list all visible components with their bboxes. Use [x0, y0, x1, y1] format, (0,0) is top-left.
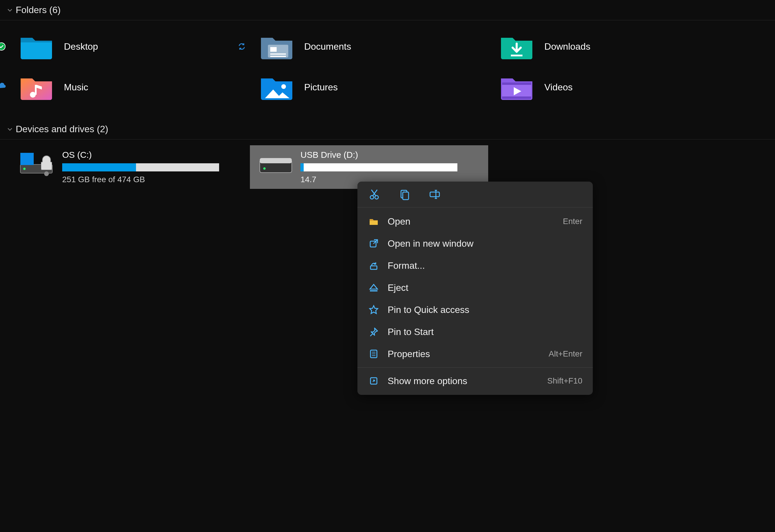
svg-point-13 [23, 168, 26, 170]
folders-grid: Desktop Documents Downloads Music Pictur… [0, 20, 744, 119]
svg-rect-16 [27, 153, 34, 158]
svg-rect-11 [502, 96, 531, 99]
svg-point-23 [263, 167, 265, 170]
drives-section-title: Devices and drives (2) [16, 124, 108, 135]
context-menu-toolbar [357, 182, 593, 207]
context-menu-properties[interactable]: Properties Alt+Enter [357, 343, 593, 365]
folder-item-pictures[interactable]: Pictures [252, 73, 492, 102]
eject-icon [368, 282, 379, 293]
pin-icon [368, 326, 379, 338]
svg-point-25 [375, 196, 378, 199]
svg-rect-4 [270, 56, 286, 57]
desktop-folder-icon [17, 32, 55, 61]
folder-label: Documents [304, 41, 351, 52]
folder-label: Music [64, 82, 88, 93]
folders-section-header[interactable]: Folders (6) [0, 0, 775, 20]
folder-label: Pictures [304, 82, 338, 93]
svg-point-24 [370, 196, 374, 199]
usb-drive-icon [257, 150, 295, 176]
folder-item-downloads[interactable]: Downloads [492, 32, 732, 61]
context-menu-item-label: Pin to Start [388, 327, 582, 337]
music-folder-icon [17, 73, 55, 102]
chevron-down-icon [7, 7, 13, 13]
star-icon [368, 304, 379, 316]
pictures-folder-icon [258, 73, 295, 102]
folders-section-title: Folders (6) [16, 5, 61, 15]
videos-folder-icon [498, 73, 536, 102]
svg-rect-7 [35, 85, 37, 95]
context-menu-item-shortcut: Enter [563, 217, 582, 226]
folder-item-music[interactable]: Music [12, 73, 252, 102]
folder-item-documents[interactable]: Documents [252, 32, 492, 61]
context-menu-item-label: Properties [388, 349, 541, 359]
synced-status-icon [0, 42, 6, 51]
svg-rect-5 [511, 55, 523, 56]
cut-icon[interactable] [368, 188, 381, 201]
svg-rect-34 [370, 290, 377, 291]
context-menu-pin-start[interactable]: Pin to Start [357, 321, 593, 343]
drive-label: OS (C:) [62, 150, 243, 160]
cloud-status-icon [0, 83, 6, 92]
drive-label: USB Drive (D:) [300, 150, 481, 160]
drive-subtext: 251 GB free of 474 GB [62, 175, 243, 184]
folder-label: Desktop [64, 41, 98, 52]
svg-point-8 [281, 84, 286, 89]
context-menu-divider [357, 367, 593, 368]
drive-item-os-c[interactable]: OS (C:) 251 GB free of 474 GB [12, 145, 250, 189]
drive-usage-bar [62, 163, 219, 171]
svg-rect-27 [403, 192, 409, 200]
context-menu-item-shortcut: Alt+Enter [549, 349, 582, 359]
properties-icon [368, 348, 379, 360]
folder-label: Videos [544, 82, 573, 93]
format-icon [368, 260, 379, 271]
folder-open-icon [368, 216, 379, 227]
svg-rect-28 [430, 192, 440, 197]
os-drive-icon [19, 150, 56, 176]
rename-icon[interactable] [428, 188, 441, 201]
context-menu-more-options[interactable]: Show more options Shift+F10 [357, 370, 593, 392]
folder-item-videos[interactable]: Videos [492, 73, 732, 102]
context-menu-item-label: Format... [388, 260, 582, 271]
svg-rect-15 [20, 153, 26, 158]
downloads-folder-icon [498, 32, 536, 61]
context-menu-item-label: Open in new window [388, 238, 582, 249]
context-menu-open[interactable]: Open Enter [357, 210, 593, 232]
more-icon [368, 375, 379, 387]
svg-rect-18 [27, 160, 34, 165]
context-menu-eject[interactable]: Eject [357, 277, 593, 299]
copy-icon[interactable] [398, 188, 411, 201]
svg-point-20 [44, 171, 49, 176]
svg-rect-17 [20, 160, 26, 165]
svg-rect-22 [260, 158, 292, 163]
chevron-down-icon [7, 126, 13, 132]
folder-item-desktop[interactable]: Desktop [12, 32, 252, 61]
context-menu-item-label: Open [388, 216, 555, 227]
documents-folder-icon [258, 32, 295, 61]
svg-rect-3 [270, 53, 286, 55]
context-menu-item-label: Pin to Quick access [388, 304, 582, 315]
drives-section-header[interactable]: Devices and drives (2) [0, 119, 775, 139]
context-menu-open-new-window[interactable]: Open in new window [357, 232, 593, 255]
context-menu-format[interactable]: Format... [357, 255, 593, 277]
svg-rect-33 [370, 266, 377, 269]
svg-rect-2 [270, 47, 277, 52]
context-menu-item-shortcut: Shift+F10 [547, 376, 582, 386]
context-menu: Open Enter Open in new window Format... … [357, 182, 593, 395]
context-menu-pin-quick-access[interactable]: Pin to Quick access [357, 299, 593, 321]
drive-usage-bar [300, 163, 458, 171]
svg-rect-19 [41, 162, 52, 170]
sync-status-icon [237, 42, 246, 51]
folder-label: Downloads [544, 41, 590, 52]
context-menu-item-label: Show more options [388, 376, 539, 386]
external-icon [368, 238, 379, 249]
svg-rect-10 [502, 83, 531, 85]
context-menu-item-label: Eject [388, 282, 582, 293]
